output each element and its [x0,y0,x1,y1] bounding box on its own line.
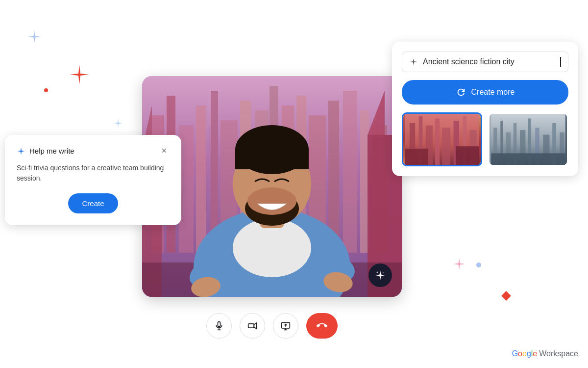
panel-title: Help me write [17,147,74,156]
refresh-icon [456,87,466,98]
create-more-label: Create more [471,88,515,97]
svg-point-34 [377,272,378,273]
panel-close-button[interactable]: × [158,145,170,157]
workspace-label: Workspace [539,349,578,358]
svg-rect-46 [435,118,440,165]
google-e: e [533,349,537,358]
decorative-sparkle-blue [27,29,42,46]
google-workspace-logo: Google Workspace [512,349,578,358]
svg-marker-40 [254,323,256,329]
google-logo-text: Google [512,349,538,358]
svg-point-29 [247,187,296,215]
google-o2: o [522,349,527,358]
google-g: G [512,349,518,358]
panel-header: Help me write × [17,145,170,157]
svg-rect-52 [456,146,479,165]
svg-rect-51 [405,149,428,165]
decorative-dot-blue [476,263,481,267]
decorative-sparkle-lightblue [113,118,123,131]
decorative-sparkle-pink [453,258,466,272]
decorative-diamond-red [501,291,511,301]
decorative-dot-red [44,88,48,92]
decorative-sparkle-red [69,64,90,87]
panel-title-text: Help me write [29,147,74,155]
mute-mic-button[interactable] [206,313,232,339]
help-me-write-panel: Help me write × Sci-fi trivia questions … [5,135,181,225]
panel-body-text: Sci-fi trivia questions for a creative t… [17,163,170,184]
present-screen-button[interactable] [273,313,298,339]
end-call-button[interactable] [306,313,338,339]
ai-image-input-row[interactable]: Ancient science fiction city [402,52,568,72]
thumbnail-1[interactable] [402,112,482,166]
svg-point-35 [383,272,384,273]
create-more-button[interactable]: Create more [402,80,568,105]
svg-rect-64 [491,153,565,165]
ai-prompt-text: Ancient science fiction city [423,57,555,66]
svg-rect-36 [218,322,220,327]
thumbnail-image-2 [490,114,567,165]
video-controls-bar [142,313,402,339]
ai-image-thumbnails [402,112,568,166]
thumbnail-2[interactable] [488,112,568,166]
svg-rect-27 [235,150,309,169]
text-cursor [560,57,561,67]
google-g2: g [527,349,531,358]
svg-rect-47 [442,128,450,165]
sparkle-effects-button[interactable] [368,263,392,287]
toggle-camera-button[interactable] [240,313,265,339]
thumbnail-image-1 [403,114,481,165]
google-o1: o [518,349,522,358]
ai-wand-icon [409,57,418,66]
wand-icon [17,147,25,156]
svg-rect-39 [248,324,254,328]
ai-image-panel: Ancient science fiction city Create more [392,42,578,176]
create-button[interactable]: Create [68,193,118,213]
